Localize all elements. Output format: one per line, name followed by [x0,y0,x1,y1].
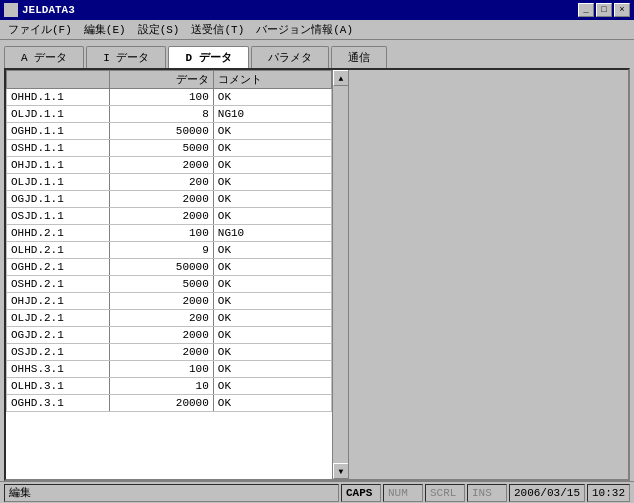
cell-comment: OK [213,208,331,225]
cell-name: OLJD.1.1 [7,106,110,123]
col-header-comment: コメント [213,71,331,89]
tab-bar: A データ I データ D データ パラメタ 通信 [0,40,634,68]
maximize-button[interactable]: □ [596,3,612,17]
scroll-up-button[interactable]: ▲ [333,70,349,86]
table-row[interactable]: OLHD.3.110OK [7,378,332,395]
tab-parameter[interactable]: パラメタ [251,46,329,68]
menu-bar: ファイル(F) 編集(E) 設定(S) 送受信(T) バージョン情報(A) [0,20,634,40]
tab-a-data[interactable]: A データ [4,46,84,68]
cell-comment: OK [213,157,331,174]
cell-comment: OK [213,140,331,157]
cell-comment: OK [213,310,331,327]
table-row[interactable]: OHJD.2.12000OK [7,293,332,310]
cell-value: 2000 [110,344,213,361]
menu-settings[interactable]: 設定(S) [132,20,186,39]
cell-value: 2000 [110,157,213,174]
num-label: NUM [388,487,408,499]
table-row[interactable]: OSHD.2.15000OK [7,276,332,293]
cell-value: 100 [110,361,213,378]
table-row[interactable]: OLJD.2.1200OK [7,310,332,327]
cell-value: 100 [110,89,213,106]
menu-version[interactable]: バージョン情報(A) [250,20,359,39]
cell-comment: OK [213,191,331,208]
cell-name: OHHS.3.1 [7,361,110,378]
table-area: データ コメント OHHD.1.1100OKOLJD.1.18NG10OGHD.… [6,70,332,479]
table-row[interactable]: OSHD.1.15000OK [7,140,332,157]
cell-comment: OK [213,242,331,259]
date-label: 2006/03/15 [514,487,580,499]
cell-name: OGJD.1.1 [7,191,110,208]
cell-name: OLJD.1.1 [7,174,110,191]
table-row[interactable]: OGHD.3.120000OK [7,395,332,412]
cell-value: 2000 [110,293,213,310]
scroll-track[interactable] [333,86,348,463]
table-row[interactable]: OSJD.1.12000OK [7,208,332,225]
cell-name: OHJD.1.1 [7,157,110,174]
menu-send-receive[interactable]: 送受信(T) [185,20,250,39]
table-row[interactable]: OSJD.2.12000OK [7,344,332,361]
cell-value: 8 [110,106,213,123]
cell-name: OSHD.1.1 [7,140,110,157]
table-row[interactable]: OLJD.1.18NG10 [7,106,332,123]
cell-name: OHHD.1.1 [7,89,110,106]
cell-value: 50000 [110,259,213,276]
status-caps: CAPS [341,484,381,502]
cell-value: 5000 [110,140,213,157]
status-edit-label: 編集 [9,485,31,500]
cell-value: 2000 [110,191,213,208]
table-row[interactable]: OHHS.3.1100OK [7,361,332,378]
cell-name: OGHD.3.1 [7,395,110,412]
cell-comment: NG10 [213,225,331,242]
main-content: データ コメント OHHD.1.1100OKOLJD.1.18NG10OGHD.… [4,68,630,481]
table-row[interactable]: OHJD.1.12000OK [7,157,332,174]
tab-d-data[interactable]: D データ [168,46,248,68]
title-bar: JELDATA3 _ □ × [0,0,634,20]
cell-comment: OK [213,395,331,412]
table-row[interactable]: OHHD.1.1100OK [7,89,332,106]
cell-comment: OK [213,259,331,276]
cell-value: 200 [110,310,213,327]
status-edit: 編集 [4,484,339,502]
cell-value: 200 [110,174,213,191]
close-button[interactable]: × [614,3,630,17]
status-time: 10:32 [587,484,630,502]
menu-edit[interactable]: 編集(E) [78,20,132,39]
tab-communication[interactable]: 通信 [331,46,387,68]
cell-comment: OK [213,276,331,293]
status-scrl: SCRL [425,484,465,502]
caps-label: CAPS [346,487,372,499]
cell-value: 2000 [110,327,213,344]
table-row[interactable]: OHHD.2.1100NG10 [7,225,332,242]
cell-comment: NG10 [213,106,331,123]
col-header-name [7,71,110,89]
scrollbar[interactable]: ▲ ▼ [332,70,348,479]
minimize-button[interactable]: _ [578,3,594,17]
table-row[interactable]: OGJD.1.12000OK [7,191,332,208]
scroll-down-button[interactable]: ▼ [333,463,349,479]
cell-value: 100 [110,225,213,242]
menu-file[interactable]: ファイル(F) [2,20,78,39]
cell-name: OSJD.2.1 [7,344,110,361]
cell-value: 5000 [110,276,213,293]
table-row[interactable]: OGHD.2.150000OK [7,259,332,276]
cell-name: OLHD.2.1 [7,242,110,259]
cell-comment: OK [213,123,331,140]
status-ins: INS [467,484,507,502]
cell-comment: OK [213,174,331,191]
cell-value: 20000 [110,395,213,412]
table-row[interactable]: OGJD.2.12000OK [7,327,332,344]
cell-name: OHHD.2.1 [7,225,110,242]
ins-label: INS [472,487,492,499]
table-row[interactable]: OLHD.2.19OK [7,242,332,259]
tab-i-data[interactable]: I データ [86,46,166,68]
col-header-data: データ [110,71,213,89]
time-label: 10:32 [592,487,625,499]
cell-name: OSHD.2.1 [7,276,110,293]
title-text: JELDATA3 [22,4,75,16]
title-bar-buttons: _ □ × [578,3,630,17]
status-bar: 編集 CAPS NUM SCRL INS 2006/03/15 10:32 [0,481,634,503]
cell-name: OLHD.3.1 [7,378,110,395]
cell-name: OSJD.1.1 [7,208,110,225]
table-row[interactable]: OLJD.1.1200OK [7,174,332,191]
table-row[interactable]: OGHD.1.150000OK [7,123,332,140]
